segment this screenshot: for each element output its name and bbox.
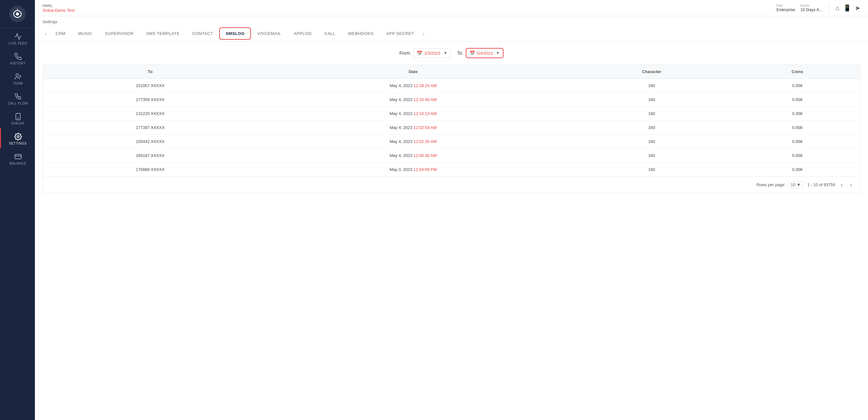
table-row: 166187 XXXXXMay 4, 2023 12:00:30 AM1600.…	[43, 149, 860, 163]
cell-to: 170868 XXXXX	[43, 163, 258, 177]
mobile-icon[interactable]: 📱	[843, 4, 851, 12]
from-filter: From: 📅 2/3/2023 ▼	[399, 48, 451, 58]
tab-contact[interactable]: CONTACT	[186, 27, 219, 41]
cell-coins: 0.008	[735, 107, 860, 121]
cell-to: 151057 XXXXX	[43, 79, 258, 93]
plan-value: Enterprise	[777, 7, 795, 12]
tab-applog[interactable]: APPLOG	[287, 27, 318, 41]
time-text: 12:28:24 AM	[413, 83, 437, 88]
rows-select-dropdown[interactable]: 10 ▼	[788, 181, 804, 188]
content-area: From: 📅 2/3/2023 ▼ To: 📅 5/4/2023 ▼	[35, 41, 868, 420]
logout-icon[interactable]: ➤	[855, 4, 860, 12]
team-icon	[14, 73, 22, 80]
col-coins: Coins	[735, 65, 860, 79]
svg-rect-8	[15, 155, 21, 159]
to-calendar-icon: 📅	[469, 51, 475, 56]
plan-item: Plan Enterprise	[777, 4, 795, 12]
logo	[0, 0, 35, 28]
to-date-value: 5/4/2023	[477, 51, 493, 56]
cell-date: May 4, 2023 12:02:59 AM	[258, 121, 569, 135]
sidebar-item-call-flow[interactable]: CALL FLOW	[0, 88, 35, 108]
svg-point-7	[17, 136, 19, 138]
cell-to: 177359 XXXXX	[43, 93, 258, 107]
hello-text: Hello,	[42, 3, 74, 8]
col-character: Character	[569, 65, 735, 79]
date-text: May 3, 2023	[390, 167, 413, 172]
sidebar-item-history[interactable]: HISTORY	[0, 48, 35, 68]
settings-header: Settings	[35, 16, 868, 27]
svg-point-6	[18, 118, 19, 118]
time-text: 12:10:40 AM	[413, 97, 437, 102]
tab-smslog[interactable]: SMSLOG	[219, 27, 251, 40]
cell-character: 160	[569, 93, 735, 107]
cell-to: 177397 XXXXX	[43, 121, 258, 135]
plan-label: Plan	[777, 4, 795, 7]
tab-call[interactable]: CALL	[318, 27, 342, 41]
sidebar-item-team[interactable]: TEAM	[0, 68, 35, 88]
table-row: 131220 XXXXXMay 4, 2023 12:10:13 AM1600.…	[43, 107, 860, 121]
cell-date: May 4, 2023 12:02:35 AM	[258, 135, 569, 149]
sidebar-item-balance[interactable]: BALANCE	[0, 148, 35, 168]
sidebar-item-settings[interactable]: SETTINGS	[0, 128, 35, 148]
to-date-input[interactable]: 📅 5/4/2023 ▼	[466, 48, 504, 58]
cell-to: 166187 XXXXX	[43, 149, 258, 163]
live-feed-icon	[14, 33, 22, 40]
tab-supervisor[interactable]: SUPERVISOR	[99, 27, 140, 41]
time-text: 11:54:59 PM	[413, 167, 437, 172]
table-row: 151057 XXXXXMay 4, 2023 12:28:24 AM1600.…	[43, 79, 860, 93]
settings-title: Settings	[42, 19, 860, 24]
from-label: From:	[399, 51, 411, 56]
nav-next-arrow[interactable]: ›	[421, 31, 427, 36]
col-date: Date	[258, 65, 569, 79]
tab-music[interactable]: MUSIC	[72, 27, 98, 41]
pagination-next-btn[interactable]: ›	[848, 181, 854, 188]
to-label: To:	[457, 51, 463, 56]
nav-tabs: ‹ CRM MUSIC SUPERVISOR SMS TEMPLATE CONT…	[35, 27, 868, 41]
tab-crm[interactable]: CRM	[49, 27, 72, 41]
data-table: To Date Character Coins 151057 XXXXXMay …	[42, 64, 860, 193]
settings-icon	[14, 133, 22, 140]
tab-webhooks[interactable]: WEBHOOKS	[342, 27, 380, 41]
from-date-arrow: ▼	[443, 51, 447, 55]
rows-dropdown-arrow: ▼	[797, 183, 801, 187]
username: Gobal-Demo Test	[42, 8, 74, 13]
home-icon[interactable]: ⌂	[836, 4, 839, 12]
cell-character: 160	[569, 79, 735, 93]
pagination-prev-btn[interactable]: ‹	[839, 181, 844, 188]
to-filter: To: 📅 5/4/2023 ▼	[457, 48, 503, 58]
expire-value: 10 Days A...	[800, 7, 823, 12]
cell-character: 160	[569, 163, 735, 177]
from-date-input[interactable]: 📅 2/3/2023 ▼	[413, 48, 451, 58]
topbar-icons: ⌂ 📱 ➤	[836, 4, 860, 12]
table-row: 150442 XXXXXMay 4, 2023 12:02:35 AM1600.…	[43, 135, 860, 149]
cell-character: 160	[569, 135, 735, 149]
col-to: To	[43, 65, 258, 79]
cell-to: 150442 XXXXX	[43, 135, 258, 149]
nav-prev-arrow[interactable]: ‹	[42, 31, 49, 36]
topbar-divider	[829, 3, 829, 13]
cell-coins: 0.008	[735, 135, 860, 149]
table-row: 170868 XXXXXMay 3, 2023 11:54:59 PM1600.…	[43, 163, 860, 177]
cell-coins: 0.008	[735, 149, 860, 163]
time-text: 12:02:59 AM	[413, 125, 437, 130]
to-date-arrow: ▼	[496, 51, 500, 55]
sidebar-item-live-feed[interactable]: LIVE FEED	[0, 28, 35, 48]
sidebar-item-dialer[interactable]: DIALER	[0, 108, 35, 128]
rows-per-page-value: 10	[791, 183, 795, 187]
balance-icon	[14, 153, 22, 161]
pagination-range: 1 - 10 of 93759	[807, 183, 835, 187]
cell-to: 131220 XXXXX	[43, 107, 258, 121]
cell-date: May 4, 2023 12:00:30 AM	[258, 149, 569, 163]
tab-app-secret[interactable]: APP SECRET	[380, 27, 421, 41]
cell-character: 160	[569, 121, 735, 135]
dialer-icon	[14, 113, 22, 120]
topbar-right: Plan Enterprise Expire 10 Days A... ⌂ 📱 …	[777, 3, 860, 13]
from-date-value: 2/3/2023	[424, 51, 440, 56]
tab-voicemail[interactable]: VOICEMAIL	[251, 27, 287, 41]
date-text: May 4, 2023	[390, 125, 413, 130]
time-text: 12:02:35 AM	[413, 139, 437, 144]
table-row: 177359 XXXXXMay 4, 2023 12:10:40 AM1600.…	[43, 93, 860, 107]
date-text: May 4, 2023	[390, 97, 413, 102]
tab-sms-template[interactable]: SMS TEMPLATE	[140, 27, 186, 41]
pagination: Rows per page: 10 ▼ 1 - 10 of 93759 ‹ ›	[43, 176, 860, 193]
